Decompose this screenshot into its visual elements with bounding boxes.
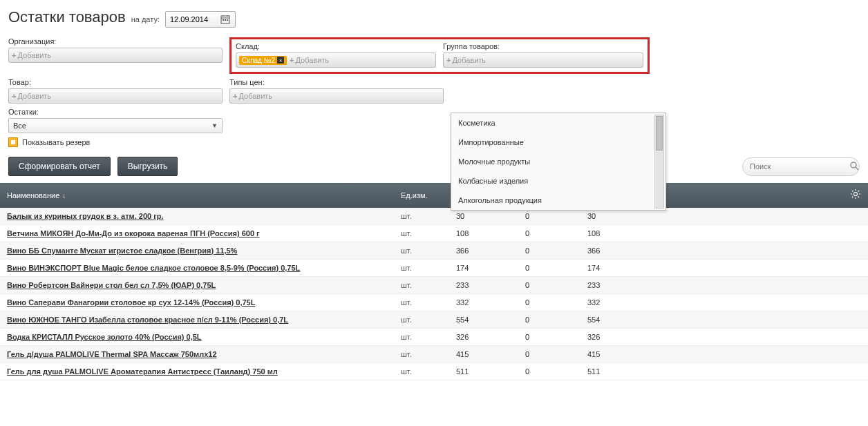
scrollbar[interactable]	[654, 115, 664, 209]
product-link[interactable]: Вино ББ Спуманте Мускат игристое сладкое…	[7, 246, 237, 255]
td-unit: шт.	[401, 212, 456, 220]
td-reserve: 0	[525, 212, 587, 220]
td-stock: 30	[456, 212, 525, 220]
th-unit[interactable]: Ед.изм.	[401, 191, 456, 200]
org-input[interactable]: + Добавить	[8, 48, 223, 63]
search-icon[interactable]	[849, 161, 859, 173]
product-link[interactable]: Вино Саперави Фанагории столовое кр сух …	[7, 298, 255, 307]
td-reserve: 0	[525, 298, 587, 307]
svg-rect-6	[227, 19, 228, 21]
product-link[interactable]: Водка КРИСТАЛЛ Русское золото 40% (Росси…	[7, 333, 202, 341]
add-product-link[interactable]: + Добавить	[12, 92, 51, 100]
gear-icon[interactable]	[850, 188, 861, 202]
stock-label: Остатки:	[8, 108, 223, 116]
td-reserve: 0	[525, 316, 587, 324]
table-row: Вино Робертсон Вайнери стол бел сл 7,5% …	[0, 277, 868, 294]
td-unit: шт.	[401, 246, 456, 255]
close-icon[interactable]: ×	[277, 57, 284, 64]
date-label: на дату:	[131, 15, 160, 23]
td-reserve: 0	[525, 350, 587, 358]
td-unit: шт.	[401, 281, 456, 289]
svg-line-15	[858, 197, 860, 198]
dropdown-item[interactable]: Алкогольная продукция	[451, 191, 666, 210]
add-warehouse-link[interactable]: + Добавить	[290, 56, 329, 64]
td-free: 366	[587, 246, 719, 255]
td-reserve: 0	[525, 264, 587, 272]
pricetypes-label: Типы цен:	[229, 78, 444, 86]
show-reserve-checkbox[interactable]	[8, 137, 18, 147]
th-name[interactable]: Наименование ↓	[7, 191, 401, 200]
org-label: Организация:	[8, 37, 223, 46]
chevron-down-icon: ▼	[211, 122, 218, 129]
table-row: Вино ВИНЭКСПОРТ Blue Magic белое сладкое…	[0, 260, 868, 277]
td-free: 332	[587, 298, 719, 307]
product-input[interactable]: + Добавить	[8, 88, 223, 104]
dropdown-item[interactable]: Импортированные	[451, 133, 666, 152]
product-label: Товар:	[8, 78, 223, 86]
td-stock: 332	[456, 298, 525, 307]
td-name: Вино ББ Спуманте Мускат игристое сладкое…	[7, 246, 401, 255]
search-input[interactable]	[750, 162, 845, 171]
svg-rect-5	[225, 19, 226, 21]
td-stock: 174	[456, 264, 525, 272]
svg-line-14	[852, 191, 853, 192]
group-label: Группа товаров:	[443, 42, 643, 50]
product-link[interactable]: Вино ВИНЭКСПОРТ Blue Magic белое сладкое…	[7, 264, 300, 272]
td-unit: шт.	[401, 367, 456, 376]
td-name: Ветчина МИКОЯН До-Ми-До из окорока варен…	[7, 229, 401, 238]
plus-icon: +	[233, 92, 237, 100]
td-reserve: 0	[525, 246, 587, 255]
product-link[interactable]: Гель для душа PALMOLIVE Ароматерапия Ант…	[7, 367, 278, 376]
svg-line-17	[858, 191, 860, 192]
td-stock: 511	[456, 367, 525, 376]
stock-select[interactable]: Все ▼	[8, 118, 223, 133]
scrollbar-thumb[interactable]	[656, 116, 663, 151]
warehouse-label: Склад:	[236, 42, 436, 50]
td-name: Вино ЮЖНОЕ ТАНГО Изабелла столовое красн…	[7, 316, 401, 324]
td-name: Водка КРИСТАЛЛ Русское золото 40% (Росси…	[7, 333, 401, 341]
table-row: Вино ББ Спуманте Мускат игристое сладкое…	[0, 242, 868, 260]
add-group-link[interactable]: + Добавить	[446, 56, 486, 64]
td-free: 415	[587, 350, 719, 358]
dropdown-item[interactable]: Колбасные изделия	[451, 171, 666, 191]
build-report-button[interactable]: Сформировать отчет	[8, 157, 111, 176]
product-link[interactable]: Вино Робертсон Вайнери стол бел сл 7,5% …	[7, 281, 216, 289]
warehouse-input[interactable]: Склад №2 × + Добавить	[236, 52, 436, 68]
dropdown-item[interactable]: Косметика	[451, 113, 666, 133]
group-dropdown[interactable]: Косметика Импортированные Молочные проду…	[451, 113, 666, 211]
product-link[interactable]: Балык из куриных грудок в з. атм. 200 гр…	[7, 212, 164, 220]
warehouse-tag[interactable]: Склад №2 ×	[239, 56, 287, 65]
product-link[interactable]: Вино ЮЖНОЕ ТАНГО Изабелла столовое красн…	[7, 316, 288, 324]
product-link[interactable]: Ветчина МИКОЯН До-Ми-До из окорока варен…	[7, 229, 260, 238]
td-stock: 554	[456, 316, 525, 324]
search-box[interactable]	[742, 157, 860, 176]
product-link[interactable]: Гель д/душа PALMOLIVE Thermal SPA Массаж…	[7, 350, 217, 358]
pricetypes-input[interactable]: + Добавить	[229, 88, 444, 104]
dropdown-item[interactable]: Молочные продукты	[451, 152, 666, 171]
td-free: 233	[587, 281, 719, 289]
td-stock: 326	[456, 333, 525, 341]
td-reserve: 0	[525, 229, 587, 238]
svg-point-7	[851, 162, 856, 168]
td-unit: шт.	[401, 298, 456, 307]
td-free: 554	[587, 316, 719, 324]
td-free: 511	[587, 367, 719, 376]
page-title: Остатки товаров	[8, 8, 126, 26]
date-input[interactable]	[170, 15, 216, 23]
add-org-link[interactable]: + Добавить	[12, 51, 51, 59]
td-name: Вино ВИНЭКСПОРТ Blue Magic белое сладкое…	[7, 264, 401, 272]
td-name: Гель для душа PALMOLIVE Ароматерапия Ант…	[7, 367, 401, 376]
td-stock: 108	[456, 229, 525, 238]
export-button[interactable]: Выгрузить	[117, 157, 178, 176]
date-picker[interactable]	[165, 11, 236, 28]
add-pricetypes-link[interactable]: + Добавить	[233, 92, 272, 100]
td-stock: 233	[456, 281, 525, 289]
td-unit: шт.	[401, 350, 456, 358]
td-unit: шт.	[401, 229, 456, 238]
td-stock: 366	[456, 246, 525, 255]
svg-line-8	[856, 167, 858, 170]
group-input[interactable]: + Добавить	[443, 52, 643, 68]
calendar-icon[interactable]	[220, 14, 231, 25]
td-unit: шт.	[401, 264, 456, 272]
td-free: 326	[587, 333, 719, 341]
